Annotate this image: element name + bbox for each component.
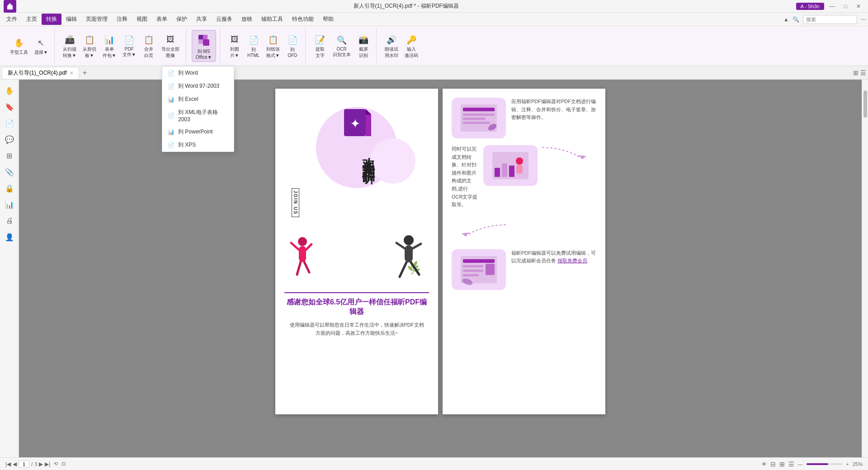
merge-blank-button[interactable]: 📋 合并白页: [140, 32, 158, 61]
status-left: |◀ ◀ / 3 ▶ ▶| ⟲ ⊡: [5, 461, 66, 468]
welcome-text: 欢迎来到福昕: [359, 147, 377, 164]
sidebar-form-icon[interactable]: 📊: [2, 197, 17, 212]
feature-item-1: 应用福昕PDF编辑器对PDF文档进行编辑、注释、合并和拆分、电子签章、加密解密等…: [452, 98, 596, 138]
to-xml-item[interactable]: 📄 到 XML电子表格2003: [162, 106, 234, 125]
menu-edit[interactable]: 编辑: [61, 14, 81, 25]
export-images-button[interactable]: 🖼 导出全部图像: [159, 32, 182, 61]
prev-page-button[interactable]: ◀: [13, 461, 17, 467]
ribbon: ✋ 手型工具 ↖ 选择▼ 📠 从扫描转换▼ 📋 从剪切板▼ 📊 表单件包▼: [0, 26, 868, 66]
last-page-button[interactable]: ▶|: [45, 461, 50, 467]
thumbnail-icon[interactable]: ⊡: [61, 461, 66, 467]
menu-annotate[interactable]: 注释: [112, 14, 132, 25]
to-powerpoint-item[interactable]: 📊 到 PowerPoint: [162, 125, 234, 138]
menu-tools[interactable]: 辅助工具: [257, 14, 288, 25]
sidebar-security-icon[interactable]: 🔒: [2, 181, 17, 195]
scan-icon: 📠: [63, 33, 76, 46]
zoom-plus-button[interactable]: +: [846, 461, 849, 467]
content-area: ✦ 欢迎来到福昕 JOIN US 🌿: [19, 80, 862, 470]
sidebar-attachment-icon[interactable]: 📎: [2, 165, 17, 179]
tts-button[interactable]: 🔊 朗读试用水印: [382, 32, 401, 61]
sidebar-text-icon[interactable]: 📄: [2, 116, 17, 130]
to-xps-item[interactable]: 📄 到 XPS: [162, 138, 234, 152]
zoom-minus-button[interactable]: —: [798, 461, 803, 467]
ribbon-group-ocr: 📝 提取文字 🔍 OCR识别文本 📸 截屏识别: [307, 28, 377, 64]
minimize-button[interactable]: —: [826, 3, 839, 9]
menu-cloud[interactable]: 云服务: [212, 14, 237, 25]
continuous-page-icon[interactable]: ☰: [788, 461, 794, 468]
svg-rect-40: [463, 274, 479, 276]
double-page-icon[interactable]: ⊞: [779, 461, 785, 468]
eye-icon[interactable]: 👁: [762, 461, 767, 467]
sidebar-comment-icon[interactable]: 💬: [2, 132, 17, 147]
to-html-button[interactable]: 📄 到HTML: [245, 32, 263, 61]
page2-content: 应用福昕PDF编辑器对PDF文档进行编辑、注释、合并和拆分、电子签章、加密解密等…: [443, 89, 605, 313]
search-input[interactable]: [803, 15, 857, 24]
menu-file[interactable]: 文件: [2, 14, 22, 25]
user-button[interactable]: A - Sh3n: [796, 3, 824, 10]
single-page-icon[interactable]: ⊟: [770, 461, 776, 468]
ribbon-group-misc: 🔊 朗读试用水印 🔑 输入激活码: [378, 28, 425, 64]
maximize-button[interactable]: □: [840, 3, 851, 9]
first-page-button[interactable]: |◀: [5, 461, 11, 467]
svg-rect-10: [299, 246, 306, 262]
menu-share[interactable]: 共享: [192, 14, 212, 25]
menu-page-manage[interactable]: 页面管理: [81, 14, 112, 25]
feature-item-2: 同时可以完成文档转换、针对扫描件和图片构成的文档,进行OCR文字提取等。: [452, 145, 538, 209]
page-number-input[interactable]: [19, 461, 29, 468]
zoom-slider[interactable]: [807, 463, 843, 465]
to-paper-button[interactable]: 📋 到纸张格式▼: [264, 32, 283, 61]
add-tab-button[interactable]: +: [79, 67, 90, 79]
hand-tool-button[interactable]: ✋ 手型工具: [7, 35, 31, 57]
feature-img-1: [452, 98, 506, 138]
sidebar-hand-icon[interactable]: ✋: [2, 83, 17, 98]
close-button[interactable]: ✕: [853, 3, 864, 9]
menu-protect[interactable]: 保护: [172, 14, 192, 25]
view-list-icon[interactable]: ☰: [860, 69, 866, 76]
sidebar-layers-icon[interactable]: ⊞: [2, 148, 17, 163]
next-page-button[interactable]: ▶: [39, 461, 43, 467]
pdf-files-button[interactable]: 📄 PDF文件▼: [120, 32, 139, 60]
svg-rect-24: [463, 118, 486, 120]
menu-present[interactable]: 放映: [237, 14, 257, 25]
menu-home[interactable]: 主页: [22, 14, 42, 25]
form-icon: 📊: [103, 33, 116, 46]
nav-page-icon[interactable]: ⟲: [54, 461, 58, 467]
figure-left: [289, 236, 316, 283]
free-member-link[interactable]: 领取免费会员: [557, 258, 587, 263]
sidebar-bookmark-icon[interactable]: 🔖: [2, 100, 17, 114]
menu-features[interactable]: 特色功能: [288, 14, 318, 25]
screenshot-button[interactable]: 📸 截屏识别: [354, 32, 373, 61]
from-scan-button[interactable]: 📠 从扫描转换▼: [60, 32, 79, 61]
scrollbar-thumb[interactable]: [863, 90, 867, 118]
tab-item[interactable]: 新人引导(1)_OCR(4).pdf ✕: [2, 67, 79, 79]
menu-form[interactable]: 表单: [152, 14, 172, 25]
tab-close-button[interactable]: ✕: [70, 71, 73, 76]
to-ms-office-button[interactable]: 到 MSOffice▼: [192, 30, 216, 62]
more-icon[interactable]: ⋯: [861, 16, 866, 23]
menu-help[interactable]: 帮助: [318, 14, 338, 25]
title-bar-right: A - Sh3n — □ ✕: [796, 3, 864, 10]
to-ofd-button[interactable]: 📄 到OFD: [283, 32, 302, 61]
from-clipboard-button[interactable]: 📋 从剪切板▼: [80, 32, 99, 61]
welcome-section: ✦ 欢迎来到福昕 JOIN US 🌿: [284, 98, 429, 288]
extract-text-button[interactable]: 📝 提取文字: [311, 32, 329, 61]
to-word-item[interactable]: 📄 到 Word: [162, 66, 234, 80]
select-tool-button[interactable]: ↖ 选择▼: [32, 35, 51, 57]
view-single-icon[interactable]: ⊞: [853, 69, 859, 76]
activate-button[interactable]: 🔑 输入激活码: [402, 32, 421, 61]
to-image-button[interactable]: 🖼 到图片▼: [226, 32, 244, 61]
menu-convert[interactable]: 转换: [42, 14, 61, 25]
menu-view[interactable]: 视图: [132, 14, 152, 25]
ocr-button[interactable]: 🔍 OCR识别文本: [330, 32, 354, 61]
toolbar-expand-icon[interactable]: ▲: [783, 16, 789, 23]
sidebar-print-icon[interactable]: 🖨: [2, 214, 17, 228]
sidebar-user-icon[interactable]: 👤: [2, 230, 17, 244]
svg-rect-16: [405, 245, 413, 262]
svg-line-13: [297, 262, 301, 275]
svg-marker-6: [366, 109, 371, 114]
to-word-97-item[interactable]: 📄 到 Word 97-2003: [162, 80, 234, 93]
to-excel-item[interactable]: 📊 到 Excel: [162, 93, 234, 106]
form-package-button[interactable]: 📊 表单件包▼: [100, 32, 119, 61]
svg-rect-7: [366, 114, 371, 136]
status-right: 👁 ⊟ ⊞ ☰ — + 25%: [762, 461, 863, 468]
